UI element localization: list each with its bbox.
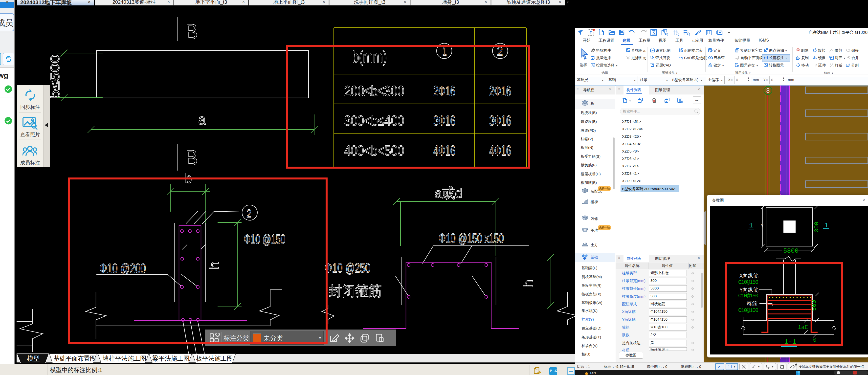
svg-text:C10@150: C10@150 (738, 279, 758, 285)
svg-text:300: 300 (813, 222, 820, 232)
svg-text:Y: Y (761, 223, 764, 229)
svg-text:1aE: 1aE (798, 324, 808, 331)
svg-text:4Φ16: 4Φ16 (433, 143, 455, 158)
svg-text:3Φ16: 3Φ16 (433, 113, 455, 129)
svg-text:板平法施工图: 板平法施工图 (196, 355, 233, 362)
svg-text:b(mm): b(mm) (352, 48, 387, 66)
svg-text:0: 0 (813, 337, 816, 343)
svg-text:500: 500 (811, 300, 818, 311)
svg-text:C10@100: C10@100 (738, 308, 758, 314)
svg-text:2Φ16: 2Φ16 (433, 83, 455, 99)
svg-text:A: A (737, 58, 738, 60)
svg-text:封闭箍筋: 封闭箍筋 (329, 283, 382, 299)
svg-text:200≤b≤300: 200≤b≤300 (344, 83, 404, 99)
svg-text:300<b≤400: 300<b≤400 (344, 113, 404, 129)
svg-text:模型: 模型 (27, 355, 40, 362)
svg-text:4Φ16: 4Φ16 (489, 143, 511, 158)
svg-text:Φ10 @150 x150: Φ10 @150 x150 (439, 231, 504, 246)
svg-text:1: 1 (749, 222, 753, 229)
svg-text:Φ10 @250: Φ10 @250 (324, 260, 370, 275)
svg-text:3: 3 (766, 87, 770, 94)
svg-text:5800: 5800 (783, 247, 799, 255)
svg-text:墙柱平法施工图: 墙柱平法施工图 (102, 355, 146, 362)
svg-text:1: 1 (824, 222, 828, 229)
svg-text:Y向纵筋: Y向纵筋 (739, 287, 759, 293)
svg-text:3Φ16: 3Φ16 (489, 113, 511, 129)
svg-text:h: h (521, 280, 535, 288)
svg-text:梁平法施工图: 梁平法施工图 (152, 355, 190, 362)
svg-text:基础平面布置图: 基础平面布置图 (54, 355, 96, 362)
svg-text:400<b<500: 400<b<500 (344, 143, 404, 158)
svg-text:a或d: a或d (435, 185, 462, 201)
svg-text:B: B (185, 145, 198, 170)
svg-text:X向纵筋: X向纵筋 (739, 273, 759, 279)
svg-text:2Φ16: 2Φ16 (489, 83, 511, 99)
svg-text:B: B (185, 19, 198, 44)
svg-text:箍筋: 箍筋 (747, 301, 757, 307)
svg-text:a: a (198, 111, 206, 128)
svg-text:b≤500: b≤500 (48, 54, 62, 99)
svg-text:1-1: 1-1 (784, 338, 796, 346)
svg-text:C10@150: C10@150 (738, 293, 758, 299)
